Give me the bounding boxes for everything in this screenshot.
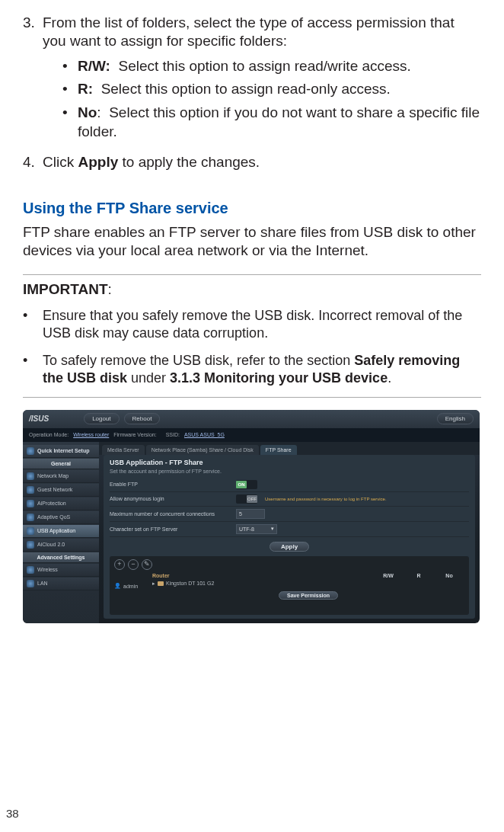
- panel-subtitle: Set the account and permission of FTP se…: [110, 469, 469, 474]
- sidebar-item-aicloud[interactable]: AiCloud 2.0: [23, 539, 99, 552]
- perm-row-device: ▸Kingston DT 101 G2: [152, 581, 464, 587]
- gauge-icon: [27, 514, 34, 521]
- note-1: • Ensure that you safely remove the USB …: [23, 307, 481, 343]
- sidebar-item-lan[interactable]: LAN: [23, 578, 99, 590]
- perm-header: Router R/W R No: [152, 573, 464, 578]
- step-list: 3. From the list of folders, select the …: [23, 14, 481, 172]
- sidebar-item-usb-application[interactable]: USB Application: [23, 525, 99, 538]
- row-enable-ftp: Enable FTP ON: [110, 478, 469, 492]
- ssid-link[interactable]: ASUS ASUS_5G: [184, 432, 225, 437]
- permission-panel: + − ✎ 👤admin Router R/W R N: [110, 556, 469, 615]
- wifi-icon: [27, 566, 34, 574]
- rocket-icon: [27, 447, 34, 455]
- section-intro: FTP share enables an FTP server to share…: [23, 223, 481, 261]
- folder-icon: [158, 581, 164, 586]
- chevron-right-icon[interactable]: ▸: [152, 581, 155, 587]
- step-3-num: 3.: [23, 14, 43, 146]
- lan-icon: [27, 580, 34, 587]
- toggle-enable-ftp[interactable]: ON: [236, 480, 257, 489]
- apply-button[interactable]: Apply: [270, 542, 309, 552]
- panel-title: USB Application - FTP Share: [110, 459, 469, 466]
- tab-samba-share[interactable]: Network Place (Samba) Share / Cloud Disk: [146, 445, 259, 455]
- save-permission-button[interactable]: Save Permission: [279, 591, 338, 600]
- reboot-button[interactable]: Reboot: [124, 413, 161, 424]
- step-3-bullets: • R/W: Select this option to assign read…: [43, 57, 481, 142]
- sidebar-item-wireless[interactable]: Wireless: [23, 564, 99, 577]
- main-area: Media Server Network Place (Samba) Share…: [99, 442, 480, 623]
- user-icon: [27, 486, 34, 494]
- router-ui-screenshot: /ISUS Logout Reboot English Operation Mo…: [23, 410, 480, 623]
- opmode-link[interactable]: Wireless router: [73, 432, 109, 437]
- asus-logo: /ISUS: [29, 414, 49, 423]
- important-notes: • Ensure that you safely remove the USB …: [23, 307, 481, 388]
- bullet-r: • R: Select this option to assign read-o…: [62, 80, 481, 99]
- sidebar-quick-setup[interactable]: Quick Internet Setup: [23, 445, 99, 458]
- ftp-panel: USB Application - FTP Share Set the acco…: [104, 455, 475, 619]
- language-button[interactable]: English: [437, 413, 474, 424]
- tab-ftp-share[interactable]: FTP Share: [260, 445, 297, 455]
- chevron-down-icon: ▾: [271, 526, 274, 532]
- sidebar-item-aiprotection[interactable]: AiProtection: [23, 498, 99, 510]
- bullet-rw: • R/W: Select this option to assign read…: [62, 57, 481, 76]
- topbar: /ISUS Logout Reboot English: [23, 410, 480, 428]
- globe-icon: [27, 472, 34, 480]
- sidebar-general-header: General: [23, 459, 99, 469]
- bullet-no: • No: Select this option if you do not w…: [62, 104, 481, 141]
- section-heading: Using the FTP Share service: [23, 200, 481, 217]
- step-3: 3. From the list of folders, select the …: [23, 14, 481, 146]
- input-max-conn[interactable]: 5: [236, 509, 265, 519]
- row-charset: Character set on FTP Server UTF-8▾: [110, 522, 469, 537]
- anon-hint: Username and password is necessary to lo…: [265, 497, 387, 501]
- info-line: Operation Mode: Wireless router Firmware…: [23, 428, 480, 442]
- toggle-anon-login[interactable]: OFF: [236, 494, 257, 504]
- important-label: IMPORTANT:: [23, 281, 481, 298]
- sidebar-item-adaptive-qos[interactable]: Adaptive QoS: [23, 511, 99, 524]
- page-number: 38: [6, 807, 19, 820]
- sidebar: Quick Internet Setup General Network Map…: [23, 442, 99, 623]
- logout-button[interactable]: Logout: [84, 413, 119, 424]
- sidebar-item-guest-network[interactable]: Guest Network: [23, 484, 99, 497]
- rule-top: [23, 274, 481, 275]
- user-icon: 👤: [114, 583, 121, 589]
- row-max-conn: Maximum number of concurrent connections…: [110, 507, 469, 522]
- sidebar-advanced-header: Advanced Settings: [23, 552, 99, 563]
- edit-user-button[interactable]: ✎: [142, 559, 152, 570]
- note-2: • To safely remove the USB disk, refer t…: [23, 352, 481, 388]
- tab-media-server[interactable]: Media Server: [102, 445, 145, 455]
- step-4-num: 4.: [23, 153, 43, 171]
- remove-user-button[interactable]: −: [128, 559, 139, 570]
- rule-bottom: [23, 397, 481, 398]
- shield-icon: [27, 500, 34, 507]
- usb-icon: [27, 527, 34, 535]
- add-user-button[interactable]: +: [114, 559, 125, 570]
- step-4: 4. Click Apply to apply the changes.: [23, 153, 481, 171]
- row-anon-login: Allow anonymous login OFF Username and p…: [110, 492, 469, 507]
- sidebar-item-network-map[interactable]: Network Map: [23, 470, 99, 483]
- select-charset[interactable]: UTF-8▾: [236, 524, 277, 534]
- step-3-text: From the list of folders, select the typ…: [43, 14, 455, 49]
- tab-row: Media Server Network Place (Samba) Share…: [99, 442, 480, 455]
- user-cell[interactable]: 👤admin: [114, 573, 152, 600]
- cloud-icon: [27, 541, 34, 549]
